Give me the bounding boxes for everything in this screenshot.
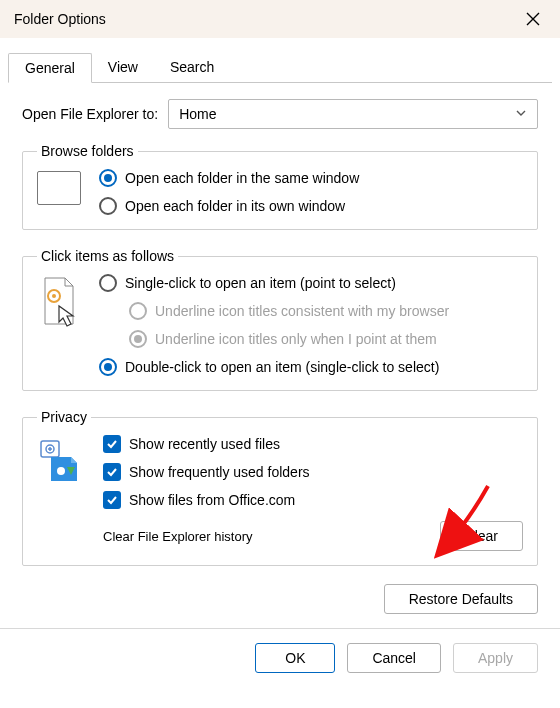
radio-same-window[interactable]: Open each folder in the same window [99,169,359,187]
click-items-group: Click items as follows Single-click to o… [22,248,538,391]
apply-button: Apply [453,643,538,673]
svg-point-6 [57,467,65,475]
clear-history-label: Clear File Explorer history [103,529,253,544]
folder-window-icon [37,171,81,205]
checkbox-office-files[interactable]: Show files from Office.com [103,491,310,509]
clear-button[interactable]: Clear [440,521,523,551]
radio-icon [99,358,117,376]
browse-legend: Browse folders [37,143,138,159]
radio-icon [99,169,117,187]
window-title: Folder Options [14,11,106,27]
tab-strip: General View Search [8,52,552,83]
close-button[interactable] [518,4,548,34]
checkbox-frequent-folders[interactable]: Show frequently used folders [103,463,310,481]
radio-single-click[interactable]: Single-click to open an item (point to s… [99,274,449,292]
radio-underline-browser: Underline icon titles consistent with my… [129,302,449,320]
checkbox-checked-icon [103,435,121,453]
privacy-legend: Privacy [37,409,91,425]
radio-underline-point: Underline icon titles only when I point … [129,330,449,348]
radio-icon [129,330,147,348]
chevron-down-icon [515,106,527,122]
open-to-label: Open File Explorer to: [22,106,158,122]
privacy-group: Privacy Show r [22,409,538,566]
open-to-select[interactable]: Home [168,99,538,129]
checkbox-recent-files[interactable]: Show recently used files [103,435,310,453]
ok-button[interactable]: OK [255,643,335,673]
document-click-icon [37,276,81,330]
browse-folders-group: Browse folders Open each folder in the s… [22,143,538,230]
open-to-value: Home [179,106,216,122]
tab-search[interactable]: Search [154,53,230,83]
click-legend: Click items as follows [37,248,178,264]
radio-icon [129,302,147,320]
checkbox-label: Show recently used files [129,436,280,452]
radio-label: Double-click to open an item (single-cli… [125,359,439,375]
radio-label: Open each folder in the same window [125,170,359,186]
radio-icon [99,274,117,292]
radio-label: Underline icon titles consistent with my… [155,303,449,319]
svg-point-1 [52,294,56,298]
checkbox-checked-icon [103,491,121,509]
radio-double-click[interactable]: Double-click to open an item (single-cli… [99,358,449,376]
cancel-button[interactable]: Cancel [347,643,441,673]
tab-general[interactable]: General [8,53,92,83]
checkbox-checked-icon [103,463,121,481]
tab-view[interactable]: View [92,53,154,83]
radio-label: Single-click to open an item (point to s… [125,275,396,291]
radio-label: Underline icon titles only when I point … [155,331,437,347]
radio-own-window[interactable]: Open each folder in its own window [99,197,359,215]
checkbox-label: Show files from Office.com [129,492,295,508]
privacy-icon [37,437,85,485]
checkbox-label: Show frequently used folders [129,464,310,480]
restore-defaults-button[interactable]: Restore Defaults [384,584,538,614]
radio-label: Open each folder in its own window [125,198,345,214]
close-icon [526,12,540,26]
radio-icon [99,197,117,215]
